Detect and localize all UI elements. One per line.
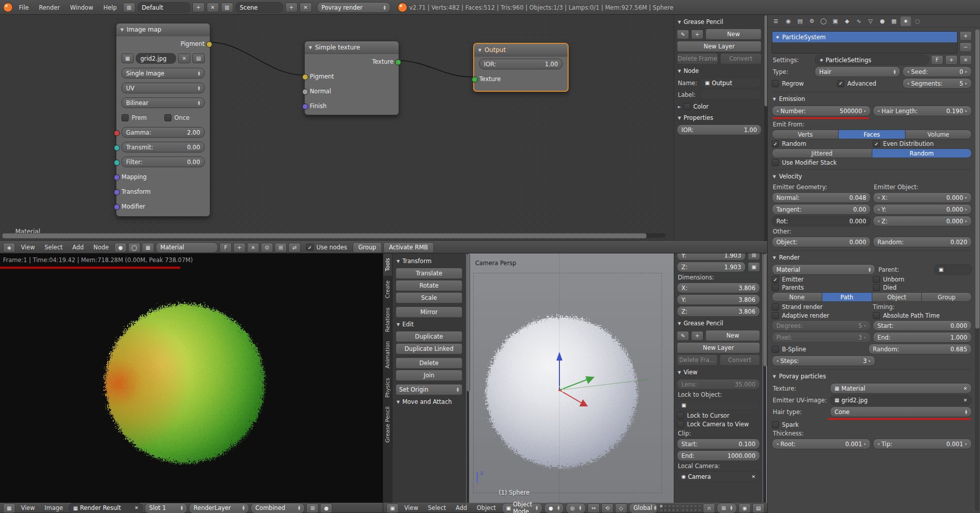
emitter-checkbox[interactable]: Emitter <box>772 276 871 283</box>
increment-icon[interactable]: ▸ <box>965 109 967 113</box>
fake-user-button[interactable]: F <box>931 55 943 65</box>
fake-user-button[interactable]: F <box>219 243 232 252</box>
path-start-field[interactable]: Start:0.000 <box>873 320 972 331</box>
shader-type-world-icon[interactable] <box>128 243 140 252</box>
pigment-input-socket[interactable] <box>302 74 308 80</box>
died-checkbox[interactable]: Died <box>873 284 972 291</box>
clip-start-field[interactable]: Start:0.100 <box>677 439 760 449</box>
increment-icon[interactable]: ▸ <box>965 219 967 223</box>
lock-object-field[interactable] <box>677 400 760 411</box>
editor-type-button[interactable] <box>386 503 399 513</box>
clip-end-field[interactable]: End:1000.000 <box>677 450 760 461</box>
node-panel-header[interactable]: Node <box>677 65 762 76</box>
absolute-path-time-checkbox[interactable]: Absolute Path Time <box>873 312 972 319</box>
new-material-button[interactable] <box>233 243 246 252</box>
color-panel-header[interactable]: Color <box>677 101 762 112</box>
draw-icon[interactable] <box>677 30 689 39</box>
interpolation-dropdown[interactable]: Bilinear <box>121 97 205 108</box>
add-icon[interactable] <box>691 30 703 39</box>
opengl-render-icon[interactable] <box>739 503 751 513</box>
material-datablock-selector[interactable]: Material <box>156 242 218 253</box>
gp-convert-button[interactable]: Convert <box>720 53 762 64</box>
mapping-dropdown[interactable]: UV <box>121 83 205 93</box>
scale-button[interactable]: Scale <box>396 292 462 303</box>
increment-icon[interactable]: ▸ <box>965 195 967 200</box>
tab-grease-pencil[interactable]: Grease Pencil <box>383 402 393 447</box>
particle-system-empty-row[interactable] <box>772 42 957 53</box>
draw-channels-icon[interactable] <box>306 503 318 513</box>
even-distribution-checkbox[interactable]: Even Distribution <box>873 140 972 147</box>
advanced-checkbox[interactable]: Advanced <box>837 80 900 87</box>
render-mode-group[interactable]: Group <box>922 292 972 302</box>
checkbox-icon[interactable] <box>683 103 691 110</box>
shading-dropdown[interactable] <box>544 503 565 513</box>
unlink-image-button[interactable] <box>178 54 190 63</box>
remove-particle-system-button[interactable] <box>960 42 972 52</box>
menu-view[interactable]: View <box>17 503 39 512</box>
node-label-field[interactable] <box>700 89 762 100</box>
orientation-dropdown[interactable]: Global <box>629 503 658 513</box>
close-icon[interactable] <box>963 386 967 391</box>
add-scene-button[interactable] <box>285 3 298 12</box>
decrement-icon[interactable]: ◂ <box>776 109 778 113</box>
regrow-checkbox[interactable]: Regrow <box>772 80 835 87</box>
tab-physics[interactable]: Physics <box>383 373 393 402</box>
decrement-icon[interactable]: ◂ <box>877 442 879 446</box>
tab-render-layers[interactable] <box>795 16 805 26</box>
menu-node[interactable]: Node <box>89 243 113 252</box>
tab-particles[interactable] <box>900 16 911 26</box>
use-nodes-checkbox[interactable]: Use nodes <box>306 244 347 251</box>
segments-field[interactable]: ◂Segments:5▸ <box>902 78 972 89</box>
scale-z-field[interactable]: Z:1.903 <box>677 262 746 272</box>
node-canvas[interactable]: Image map Pigment grid2.jpg Single Image… <box>0 15 674 241</box>
menu-window[interactable]: Window <box>66 3 97 12</box>
decrement-icon[interactable]: ◂ <box>877 219 879 223</box>
decrement-icon[interactable]: ◂ <box>776 358 778 363</box>
swap-links-icon[interactable] <box>288 243 301 252</box>
sidebar-ior-field[interactable]: IOR:1.00 <box>677 124 762 135</box>
povray-particles-section-header[interactable]: Povray particles <box>772 369 972 382</box>
once-checkbox[interactable]: Once <box>164 114 205 121</box>
number-field[interactable]: ◂Number:500000▸ <box>772 106 871 116</box>
particle-system-list-item[interactable]: ParticleSystem <box>772 32 957 42</box>
snap-grid-icon[interactable] <box>275 243 287 252</box>
tangent-field[interactable]: Tangent:0.00 <box>772 204 871 215</box>
render-canvas[interactable]: Frame:1 | Time:04:19.42 | Mem:718.28M (0… <box>0 253 383 503</box>
gamma-field[interactable]: Gamma:2.00 <box>121 127 205 138</box>
close-scene-button[interactable] <box>300 3 312 12</box>
gp-delete-frame-button[interactable]: Delete Frame <box>677 53 718 64</box>
panel-pin-icon[interactable] <box>748 262 760 272</box>
screen-layout-selector[interactable]: Default <box>137 2 190 13</box>
random-velocity-field[interactable]: Random:0.020 <box>873 237 972 247</box>
tab-material[interactable] <box>877 16 888 26</box>
lens-field[interactable]: Lens:35.000 <box>677 379 760 390</box>
grease-pencil-panel-header[interactable]: Grease Pencil <box>677 318 760 329</box>
add-icon[interactable] <box>691 331 703 341</box>
emitter-uv-image-field[interactable]: grid2.jpg <box>830 395 972 405</box>
render-pass-dropdown[interactable]: Combined <box>251 503 305 513</box>
activate-rmb-button[interactable]: Activate RMB <box>383 242 434 253</box>
image-datablock-selector[interactable]: Render Result <box>68 503 143 513</box>
scrollbar-thumb[interactable] <box>2 233 647 239</box>
menu-file[interactable]: File <box>15 3 33 12</box>
open-image-button[interactable] <box>192 54 205 63</box>
tab-render[interactable] <box>783 16 794 26</box>
node-horizontal-scrollbar[interactable] <box>2 233 666 238</box>
blender-logo-icon[interactable] <box>3 3 13 12</box>
hair-type-dropdown[interactable]: Cone <box>830 406 972 417</box>
close-layout-button[interactable] <box>207 3 219 12</box>
node-output[interactable]: Output IOR:1.00 Texture <box>473 43 569 92</box>
normal-input-socket[interactable] <box>302 89 308 95</box>
emission-section-header[interactable]: Emission <box>772 92 972 105</box>
tab-tools[interactable]: Tools <box>383 253 393 276</box>
node-sidebar-scrollbar[interactable] <box>764 15 768 241</box>
tab-world[interactable] <box>818 16 829 26</box>
gp-delete-frame-button[interactable]: Delete Fra... <box>677 354 718 366</box>
group-button[interactable]: Group <box>353 242 382 253</box>
manipulator-translate-icon[interactable] <box>587 503 600 513</box>
menu-view[interactable]: View <box>400 503 422 512</box>
tab-constraints[interactable] <box>842 16 852 26</box>
increment-icon[interactable]: ▸ <box>864 442 866 446</box>
decrement-icon[interactable]: ◂ <box>907 81 909 86</box>
unlink-material-button[interactable] <box>247 243 259 252</box>
